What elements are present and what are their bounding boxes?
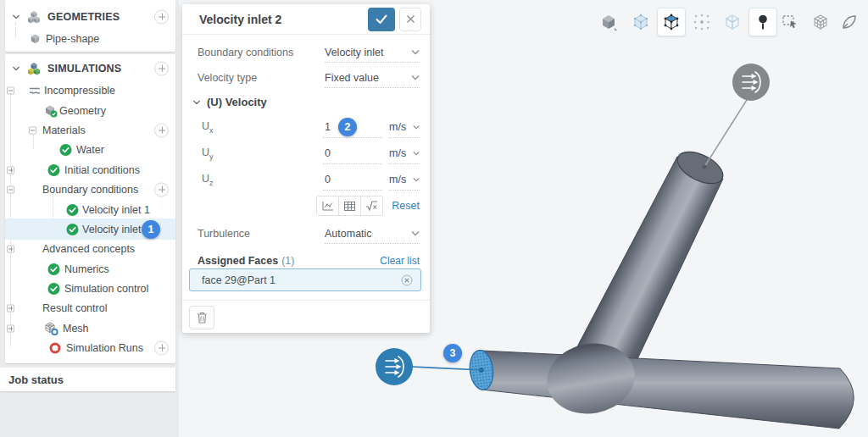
field-label: Boundary conditions (198, 47, 293, 58)
sidebar-item-velocity-inlet-1[interactable]: Velocity inlet 1 (5, 200, 175, 219)
dropdown-value: Fixed value (325, 72, 379, 84)
add-material-button[interactable] (154, 123, 169, 137)
sidebar-item-simulation-runs[interactable]: Simulation Runs (5, 338, 175, 357)
check-icon (47, 263, 60, 275)
main-pipe[interactable] (481, 351, 854, 429)
sidebar-item-geometries[interactable]: GEOMETRIES (5, 7, 175, 26)
sidebar-item-incompressible[interactable]: Incompressible (5, 80, 175, 100)
velocity-type-dropdown[interactable]: Fixed value (325, 68, 420, 88)
face-chip-label: face 29@Part 1 (202, 274, 275, 286)
expand-expander[interactable] (7, 324, 14, 332)
sidebar-item-numerics[interactable]: Numerics (5, 259, 175, 279)
check-icon (47, 163, 60, 176)
sidebar-item-materials[interactable]: Materials (5, 120, 175, 140)
geometries-icon (27, 9, 41, 24)
clear-list-link[interactable]: Clear list (380, 255, 420, 267)
sidebar-item-geometry[interactable]: Geometry (5, 101, 175, 120)
collapse-expander[interactable] (7, 86, 14, 94)
close-icon (406, 14, 415, 24)
box-select-icon[interactable] (777, 9, 803, 35)
sidebar-item-label: SIMULATIONS (47, 63, 121, 75)
sidebar-item-simulation-control[interactable]: Simulation control (5, 279, 175, 298)
leader-line-top (704, 93, 751, 167)
sidebar-item-advanced-concepts[interactable]: Advanced concepts (5, 239, 175, 258)
expand-expander[interactable] (7, 166, 14, 174)
uz-input[interactable] (323, 174, 382, 185)
chevron-down-icon[interactable] (12, 64, 20, 73)
collapse-expander[interactable] (29, 126, 36, 134)
sidebar-item-label: Mesh (63, 323, 89, 335)
job-status-bar[interactable]: Job status (0, 368, 175, 391)
sidebar-item-velocity-inlet-2[interactable]: Velocity inlet 2 1 (5, 218, 175, 240)
formula-input-button[interactable] (360, 196, 382, 215)
sidebar-item-label: Pipe-shape (46, 33, 99, 45)
sidebar-item-initial-conditions[interactable]: Initial conditions (5, 160, 175, 180)
sidebar-item-label: Incompressible (44, 85, 115, 97)
uz-unit-dropdown[interactable]: m/s (389, 170, 420, 191)
expand-expander[interactable] (7, 245, 14, 252)
chevron-down-icon[interactable] (12, 13, 20, 21)
unit-value: m/s (389, 121, 406, 133)
chevron-down-icon (192, 98, 201, 107)
velocity-inlet-marker-left[interactable] (376, 348, 413, 385)
shaded-view-icon[interactable] (596, 9, 621, 35)
turbulence-dropdown[interactable]: Automatic (325, 224, 420, 244)
sidebar-item-pipe-shape[interactable]: Pipe-shape (5, 29, 175, 48)
sidebar-item-label: Result control (42, 302, 107, 314)
field-label: Uy (198, 147, 214, 161)
job-status-label: Job status (8, 373, 64, 386)
assigned-faces-count: (1) (281, 255, 294, 267)
sidebar-item-water[interactable]: Water (5, 140, 175, 159)
ux-row: Ux 2 m/s (198, 114, 420, 141)
step-badge-1: 1 (142, 220, 160, 239)
value-input-modes (316, 196, 383, 216)
geometry-checked-icon (44, 104, 58, 118)
uy-unit-dropdown[interactable]: m/s (389, 144, 420, 164)
sidebar-item-boundary-conditions[interactable]: Boundary conditions (5, 180, 175, 199)
sidebar-item-label: Numerics (64, 263, 109, 275)
uy-input[interactable] (323, 147, 382, 159)
wireframe-view-icon[interactable] (720, 9, 745, 35)
velocity-section-header[interactable]: (U) Velocity (192, 96, 267, 108)
chevron-down-icon (411, 230, 420, 236)
ux-unit-dropdown[interactable]: m/s (389, 118, 420, 138)
unit-value: m/s (389, 174, 406, 185)
velocity-inlet-marker-top[interactable] (732, 64, 770, 101)
vertex-select-icon[interactable] (689, 9, 715, 35)
chevron-down-icon (413, 177, 420, 182)
sidebar-item-result-control[interactable]: Result control (5, 298, 175, 318)
delete-button[interactable] (189, 306, 214, 329)
close-button[interactable] (399, 8, 421, 31)
boundary-conditions-row: Boundary conditions Velocity inlet (198, 40, 420, 65)
add-run-button[interactable] (154, 340, 169, 355)
uy-input-field[interactable] (323, 144, 382, 164)
uz-input-field[interactable] (323, 170, 382, 191)
confirm-button[interactable] (368, 8, 395, 31)
add-geometry-button[interactable] (154, 9, 169, 24)
panel-divider (182, 300, 430, 301)
translucent-view-icon[interactable] (628, 9, 654, 35)
add-simulation-button[interactable] (154, 61, 169, 75)
probe-point-icon[interactable] (748, 8, 777, 36)
sidebar-item-label: GEOMETRIES (47, 11, 120, 23)
remove-face-button[interactable] (401, 274, 413, 286)
uz-row: Uz m/s (198, 167, 420, 193)
remove-icon (401, 274, 413, 286)
collapse-expander[interactable] (7, 185, 14, 193)
lasso-select-icon[interactable] (837, 9, 862, 35)
check-icon (59, 143, 72, 156)
mesh-icon (44, 321, 58, 335)
chart-input-button[interactable] (317, 196, 338, 215)
reset-link[interactable]: Reset (392, 200, 420, 212)
sidebar-item-label: Materials (42, 124, 86, 136)
trash-icon (197, 312, 208, 324)
boundary-conditions-dropdown[interactable]: Velocity inlet (325, 42, 420, 63)
face-select-icon[interactable] (657, 8, 686, 36)
sidebar-item-mesh[interactable]: Mesh (5, 318, 175, 338)
table-input-button[interactable] (338, 196, 360, 215)
assigned-face-chip[interactable]: face 29@Part 1 (189, 268, 421, 291)
add-boundary-condition-button[interactable] (154, 182, 169, 196)
mesh-view-icon[interactable] (808, 9, 833, 35)
sidebar-item-simulations[interactable]: SIMULATIONS (5, 58, 175, 78)
expand-expander[interactable] (7, 304, 14, 312)
